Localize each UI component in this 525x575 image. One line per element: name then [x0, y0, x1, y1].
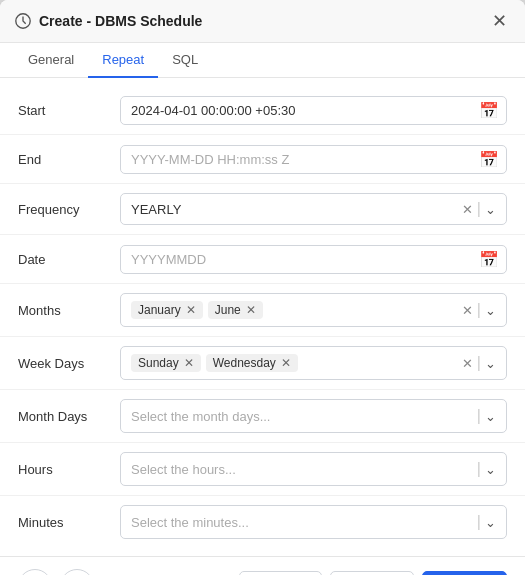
months-actions: ✕ | ⌄ [456, 301, 496, 319]
monthdays-placeholder: Select the month days... [131, 409, 270, 424]
sep4 [0, 283, 525, 284]
hours-row: Hours Select the hours... | ⌄ [0, 445, 525, 493]
hours-select[interactable]: Select the hours... | ⌄ [120, 452, 507, 486]
months-tag-june-label: June [215, 303, 241, 317]
frequency-row: Frequency YEARLY ✕ | ⌄ [0, 186, 525, 232]
weekdays-tag-sunday-remove[interactable]: ✕ [184, 357, 194, 369]
end-row: End 📅 [0, 137, 525, 181]
start-input[interactable] [120, 96, 507, 125]
sep6 [0, 389, 525, 390]
sep2 [0, 183, 525, 184]
info-button[interactable]: ℹ [18, 569, 52, 575]
date-label: Date [18, 252, 108, 267]
frequency-field: YEARLY ✕ | ⌄ [120, 193, 507, 225]
monthdays-chevron-icon[interactable]: ⌄ [485, 409, 496, 424]
sep3 [0, 234, 525, 235]
sep8 [0, 495, 525, 496]
hours-field: Select the hours... | ⌄ [120, 452, 507, 486]
minutes-row: Minutes Select the minutes... | ⌄ [0, 498, 525, 546]
months-select[interactable]: January ✕ June ✕ ✕ | ⌄ [120, 293, 507, 327]
monthdays-label: Month Days [18, 409, 108, 424]
months-row: Months January ✕ June ✕ ✕ [0, 286, 525, 334]
minutes-divider: | [477, 513, 481, 531]
start-field: 📅 [120, 96, 507, 125]
weekdays-row: Week Days Sunday ✕ Wednesday ✕ [0, 339, 525, 387]
minutes-field: Select the minutes... | ⌄ [120, 505, 507, 539]
months-chevron-icon[interactable]: ⌄ [485, 303, 496, 318]
months-tag-january-label: January [138, 303, 181, 317]
date-row: Date 📅 [0, 237, 525, 281]
footer-right: ✕ Close ↺ Reset 💾 Save [239, 571, 507, 576]
close-button[interactable]: ✕ Close [239, 571, 322, 576]
minutes-actions: | ⌄ [471, 513, 496, 531]
monthdays-row: Month Days Select the month days... | ⌄ [0, 392, 525, 440]
months-tag-june: June ✕ [208, 301, 263, 319]
weekdays-clear-icon[interactable]: ✕ [462, 356, 473, 371]
months-clear-icon[interactable]: ✕ [462, 303, 473, 318]
sep5 [0, 336, 525, 337]
weekdays-tag-wednesday-remove[interactable]: ✕ [281, 357, 291, 369]
frequency-label: Frequency [18, 202, 108, 217]
weekdays-chevron-icon[interactable]: ⌄ [485, 356, 496, 371]
tabs-bar: General Repeat SQL [0, 43, 525, 78]
tab-sql[interactable]: SQL [158, 43, 212, 78]
minutes-placeholder: Select the minutes... [131, 515, 249, 530]
schedule-icon [14, 12, 32, 30]
hours-divider: | [477, 460, 481, 478]
weekdays-label: Week Days [18, 356, 108, 371]
months-tag-january-remove[interactable]: ✕ [186, 304, 196, 316]
start-row: Start 📅 [0, 88, 525, 132]
footer-left: ℹ ? [18, 569, 94, 575]
sep7 [0, 442, 525, 443]
minutes-label: Minutes [18, 515, 108, 530]
weekdays-actions: ✕ | ⌄ [456, 354, 496, 372]
title-bar: Create - DBMS Schedule ✕ [0, 0, 525, 43]
hours-chevron-icon[interactable]: ⌄ [485, 462, 496, 477]
frequency-actions: ✕ | ⌄ [456, 200, 496, 218]
form-body: Start 📅 End 📅 Frequency YEARLY [0, 78, 525, 556]
weekdays-tag-wednesday: Wednesday ✕ [206, 354, 298, 372]
monthdays-field: Select the month days... | ⌄ [120, 399, 507, 433]
date-field: 📅 [120, 245, 507, 274]
monthdays-content: Select the month days... [131, 409, 471, 424]
dialog: Create - DBMS Schedule ✕ General Repeat … [0, 0, 525, 575]
date-input[interactable] [120, 245, 507, 274]
title-bar-left: Create - DBMS Schedule [14, 12, 202, 30]
minutes-chevron-icon[interactable]: ⌄ [485, 515, 496, 530]
end-label: End [18, 152, 108, 167]
hours-placeholder: Select the hours... [131, 462, 236, 477]
frequency-clear-icon[interactable]: ✕ [462, 202, 473, 217]
dialog-close-button[interactable]: ✕ [488, 10, 511, 32]
start-label: Start [18, 103, 108, 118]
weekdays-field: Sunday ✕ Wednesday ✕ ✕ | ⌄ [120, 346, 507, 380]
frequency-select[interactable]: YEARLY ✕ | ⌄ [120, 193, 507, 225]
weekdays-select[interactable]: Sunday ✕ Wednesday ✕ ✕ | ⌄ [120, 346, 507, 380]
weekdays-divider: | [477, 354, 481, 372]
frequency-value: YEARLY [131, 202, 181, 217]
footer: ℹ ? ✕ Close ↺ Reset 💾 Save [0, 556, 525, 575]
reset-button[interactable]: ↺ Reset [330, 571, 414, 576]
months-tag-january: January ✕ [131, 301, 203, 319]
months-tag-june-remove[interactable]: ✕ [246, 304, 256, 316]
frequency-divider: | [477, 200, 481, 218]
sep1 [0, 134, 525, 135]
end-input[interactable] [120, 145, 507, 174]
tab-general[interactable]: General [14, 43, 88, 78]
tab-repeat[interactable]: Repeat [88, 43, 158, 78]
weekdays-tag-sunday: Sunday ✕ [131, 354, 201, 372]
monthdays-select[interactable]: Select the month days... | ⌄ [120, 399, 507, 433]
months-tags: January ✕ June ✕ [131, 301, 456, 319]
months-divider: | [477, 301, 481, 319]
monthdays-actions: | ⌄ [471, 407, 496, 425]
minutes-content: Select the minutes... [131, 515, 471, 530]
hours-label: Hours [18, 462, 108, 477]
dialog-title: Create - DBMS Schedule [39, 13, 202, 29]
minutes-select[interactable]: Select the minutes... | ⌄ [120, 505, 507, 539]
weekdays-tag-sunday-label: Sunday [138, 356, 179, 370]
frequency-chevron-icon[interactable]: ⌄ [485, 202, 496, 217]
end-field: 📅 [120, 145, 507, 174]
months-label: Months [18, 303, 108, 318]
help-button[interactable]: ? [60, 569, 94, 575]
weekdays-tag-wednesday-label: Wednesday [213, 356, 276, 370]
save-button[interactable]: 💾 Save [422, 571, 507, 576]
